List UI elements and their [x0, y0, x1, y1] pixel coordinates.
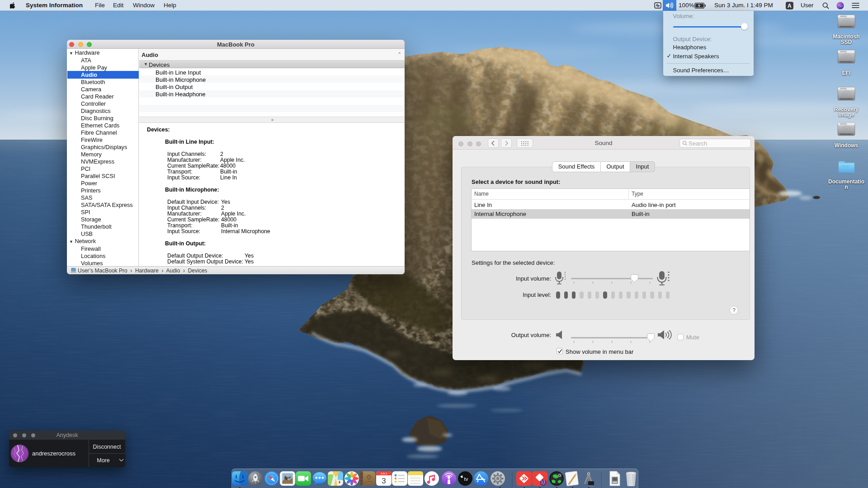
svg-text:tv: tv [464, 476, 468, 482]
svg-text:3: 3 [382, 477, 386, 485]
svg-text:JUN 1: JUN 1 [380, 472, 387, 475]
